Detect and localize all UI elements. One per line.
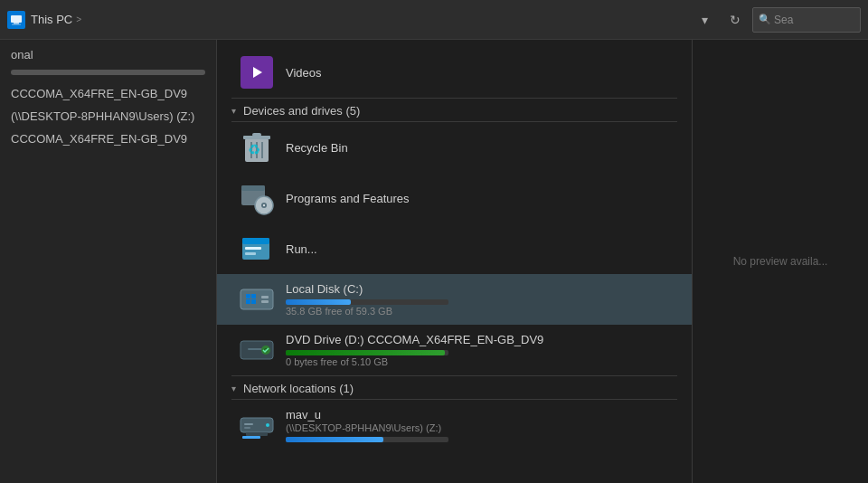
- svg-rect-18: [245, 247, 261, 250]
- network-z-name: mav_u: [286, 408, 670, 421]
- svg-rect-17: [242, 238, 269, 244]
- dropdown-button[interactable]: ▾: [691, 6, 718, 33]
- local-disk-c-info: Local Disk (C:) 35.8 GB free of 59.3 GB: [286, 282, 670, 317]
- svg-point-38: [266, 423, 269, 427]
- svg-rect-0: [11, 15, 22, 23]
- dvd-drive-d-icon: [239, 332, 275, 368]
- videos-info: Videos: [286, 66, 670, 80]
- local-disk-c-icon: [239, 281, 275, 317]
- svg-rect-24: [246, 299, 250, 304]
- dvd-drive-d-name: DVD Drive (D:) CCCOMA_X64FRE_EN-GB_DV9: [286, 333, 670, 346]
- list-item-dvd-drive-d[interactable]: DVD Drive (D:) CCCOMA_X64FRE_EN-GB_DV9 0…: [217, 325, 692, 375]
- preview-panel: No preview availa...: [692, 40, 868, 483]
- list-item-local-disk-c[interactable]: Local Disk (C:) 35.8 GB free of 59.3 GB: [217, 274, 692, 325]
- svg-rect-20: [241, 289, 273, 309]
- dvd-drive-d-sub: 0 bytes free of 5.10 GB: [286, 356, 670, 367]
- network-z-info: mav_u (\\DESKTOP-8PHHAN9\Users) (Z:): [286, 408, 670, 442]
- svg-rect-37: [244, 427, 250, 429]
- breadcrumb: This PC >: [31, 13, 691, 26]
- devices-drives-title: Devices and drives (5): [243, 104, 360, 118]
- run-name: Run...: [286, 242, 670, 256]
- dvd-drive-d-progress-wrap: [286, 350, 448, 355]
- network-drive-z-icon: [239, 407, 275, 443]
- run-icon: [239, 231, 275, 267]
- main-area: onal CCCOMA_X64FRE_EN-GB_DV9 (\\DESKTOP-…: [0, 40, 868, 483]
- programs-info: Programs and Features: [286, 192, 670, 205]
- svg-rect-9: [252, 133, 261, 137]
- svg-rect-2: [12, 24, 21, 24]
- dvd-drive-d-progress-fill: [286, 350, 445, 355]
- list-item-videos[interactable]: Videos: [217, 47, 692, 98]
- svg-rect-36: [244, 423, 253, 425]
- sidebar-item-z[interactable]: (\\DESKTOP-8PHHAN9\Users) (Z:): [0, 105, 216, 128]
- sidebar: onal CCCOMA_X64FRE_EN-GB_DV9 (\\DESKTOP-…: [0, 40, 217, 483]
- devices-drives-chevron: ▾: [231, 106, 236, 116]
- list-item-recycle-bin[interactable]: ♻ Recycle Bin: [217, 122, 692, 173]
- no-preview-text: No preview availa...: [719, 241, 843, 282]
- svg-rect-39: [246, 432, 268, 436]
- svg-rect-12: [241, 185, 265, 191]
- videos-name: Videos: [286, 66, 670, 80]
- programs-icon: [239, 180, 275, 216]
- network-locations-title: Network locations (1): [243, 382, 354, 395]
- refresh-button[interactable]: ↻: [722, 6, 749, 33]
- local-disk-c-name: Local Disk (C:): [286, 282, 670, 296]
- list-item-run[interactable]: Run...: [217, 223, 692, 274]
- sidebar-item-local[interactable]: onal: [0, 43, 216, 66]
- local-disk-c-sub: 35.8 GB free of 59.3 GB: [286, 306, 670, 317]
- svg-rect-27: [261, 300, 269, 303]
- search-placeholder: Sea: [774, 14, 793, 26]
- content-panel: Videos ▾ Devices and drives (5): [217, 40, 692, 483]
- search-box[interactable]: 🔍 Sea: [752, 7, 861, 33]
- run-info: Run...: [286, 242, 670, 256]
- local-disk-c-progress-wrap: [286, 299, 448, 305]
- devices-drives-header[interactable]: ▾ Devices and drives (5): [217, 99, 692, 121]
- recycle-bin-icon: ♻: [239, 129, 275, 166]
- dvd-drive-d-info: DVD Drive (D:) CCCOMA_X64FRE_EN-GB_DV9 0…: [286, 333, 670, 367]
- sidebar-item-dvd[interactable]: CCCOMA_X64FRE_EN-GB_DV9: [0, 82, 216, 105]
- title-bar: This PC > ▾ ↻ 🔍 Sea: [0, 0, 868, 40]
- svg-text:♻: ♻: [248, 142, 260, 157]
- svg-rect-22: [246, 294, 250, 298]
- svg-rect-1: [14, 23, 19, 24]
- svg-rect-40: [242, 436, 260, 439]
- list-item-network-z[interactable]: mav_u (\\DESKTOP-8PHHAN9\Users) (Z:): [217, 400, 692, 450]
- videos-icon: [239, 54, 275, 90]
- network-z-sub: (\\DESKTOP-8PHHAN9\Users) (Z:): [286, 422, 670, 433]
- address-bar-controls: ▾ ↻ 🔍 Sea: [691, 6, 861, 33]
- search-icon: 🔍: [759, 14, 771, 25]
- svg-point-15: [263, 204, 265, 206]
- network-z-progress-wrap: [286, 437, 448, 442]
- svg-rect-19: [245, 252, 256, 255]
- programs-name: Programs and Features: [286, 192, 670, 205]
- sidebar-scrollbar[interactable]: [11, 70, 205, 75]
- svg-marker-3: [253, 67, 262, 78]
- network-locations-header[interactable]: ▾ Network locations (1): [217, 376, 692, 399]
- network-z-progress-fill: [286, 437, 383, 442]
- local-disk-c-progress-fill: [286, 299, 351, 305]
- network-locations-chevron: ▾: [231, 384, 236, 393]
- svg-rect-25: [251, 299, 256, 304]
- svg-rect-23: [251, 294, 256, 298]
- list-item-programs[interactable]: Programs and Features: [217, 173, 692, 223]
- breadcrumb-sep: >: [76, 14, 81, 24]
- recycle-bin-name: Recycle Bin: [286, 141, 670, 155]
- breadcrumb-this-pc[interactable]: This PC: [31, 13, 72, 26]
- this-pc-icon: [7, 11, 25, 29]
- svg-rect-26: [261, 296, 269, 298]
- sidebar-item-dvd2[interactable]: CCCOMA_X64FRE_EN-GB_DV9: [0, 128, 216, 150]
- recycle-bin-info: Recycle Bin: [286, 141, 670, 155]
